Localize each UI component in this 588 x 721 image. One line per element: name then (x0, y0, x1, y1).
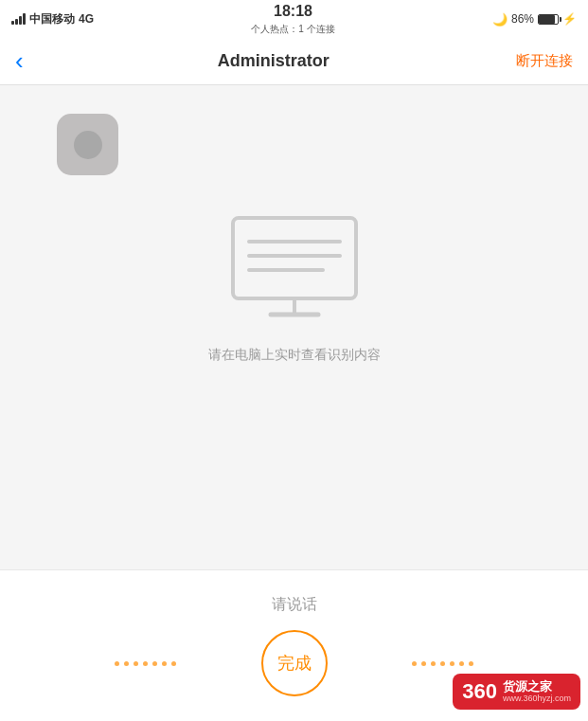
status-bar: 中国移动 4G 18:18 个人热点：1 个连接 🌙 86% ⚡ (0, 0, 588, 38)
dot (162, 661, 167, 666)
back-button[interactable]: ‹ (15, 43, 31, 80)
time: 18:18 (251, 2, 334, 22)
carrier-name: 中国移动 (29, 11, 75, 27)
dot (459, 661, 464, 666)
dot (171, 661, 176, 666)
dot (124, 661, 129, 666)
dot (152, 661, 157, 666)
dots-right (328, 662, 559, 664)
monitor-illustration (219, 208, 370, 332)
dot (143, 661, 148, 666)
network-type: 4G (79, 12, 94, 26)
battery-icon (538, 14, 559, 25)
battery-percent: 86% (511, 12, 534, 26)
moon-icon: 🌙 (492, 12, 508, 27)
dot (134, 661, 138, 666)
dot (431, 661, 436, 666)
dot (412, 661, 417, 666)
status-center: 18:18 个人热点：1 个连接 (251, 2, 334, 36)
dot (421, 661, 426, 666)
carrier-info: 中国移动 4G (11, 11, 94, 27)
hotspot-info: 个人热点：1 个连接 (251, 24, 334, 34)
signal-icon (11, 13, 26, 25)
done-button[interactable]: 完成 (261, 630, 328, 696)
status-right: 🌙 86% ⚡ (492, 12, 577, 27)
speak-label: 请说话 (272, 595, 317, 615)
disconnect-button[interactable]: 断开连接 (516, 52, 573, 70)
dot (469, 661, 473, 666)
watermark-name: 货源之家 (503, 679, 552, 694)
app-icon (57, 114, 118, 175)
monitor-container: 请在电脑上实时查看识别内容 (208, 208, 381, 364)
nav-bar: ‹ Administrator 断开连接 (0, 38, 588, 85)
app-icon-area (57, 114, 118, 175)
watermark-url: www.360hyzj.com (503, 694, 571, 704)
dot (115, 661, 119, 666)
watermark: 360 货源之家 www.360hyzj.com (453, 674, 580, 710)
dots-left (29, 662, 260, 664)
dot (440, 661, 445, 666)
dot (450, 661, 454, 666)
watermark-number: 360 (462, 679, 497, 704)
monitor-label: 请在电脑上实时查看识别内容 (208, 347, 381, 364)
page-title: Administrator (218, 51, 330, 71)
app-icon-inner (74, 131, 102, 159)
svg-rect-0 (233, 218, 356, 298)
watermark-text: 货源之家 www.360hyzj.com (503, 679, 571, 704)
charging-icon: ⚡ (562, 12, 577, 26)
